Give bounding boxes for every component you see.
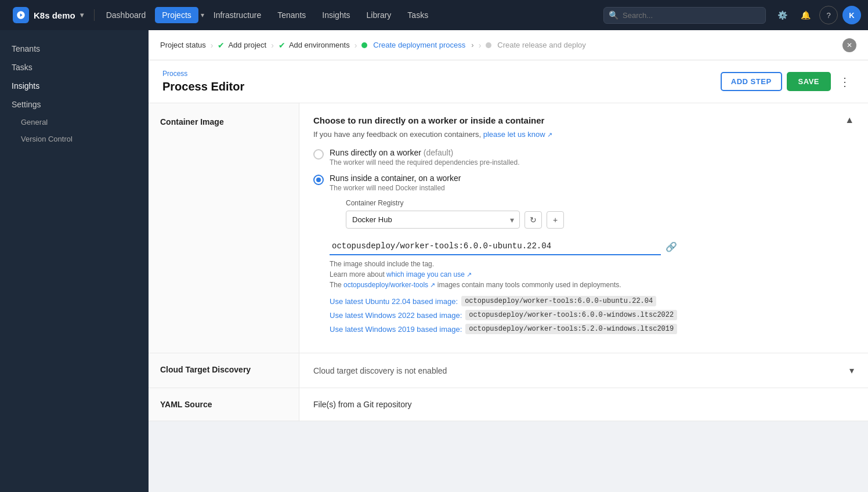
sidebar-item-tasks[interactable]: Tasks — [0, 58, 149, 77]
nav-infrastructure[interactable]: Infrastructure — [207, 7, 268, 23]
quick-link-win2022-code: octopusdeploy/worker-tools:6.0.0-windows… — [465, 310, 677, 320]
sidebar-item-settings[interactable]: Settings — [0, 95, 149, 114]
settings-icon[interactable]: ⚙️ — [773, 6, 791, 24]
layout: Tenants Tasks Insights Settings General … — [0, 30, 868, 492]
nav-library[interactable]: Library — [360, 7, 399, 23]
search-input[interactable] — [603, 7, 766, 24]
image-learn: Learn more about which image you can use… — [330, 270, 677, 278]
nav-divider — [94, 9, 95, 21]
top-navigation: K8s demo ▾ Dashboard Projects ▾ Infrastr… — [0, 0, 868, 30]
image-input-row: 🔗 — [330, 238, 677, 255]
bc-deployment-dot-icon — [361, 42, 367, 48]
bc-create-deployment-label: Create deployment process — [373, 41, 465, 49]
bc-sep-4: › — [479, 41, 482, 50]
registry-select-row: Docker Hub ↻ + — [346, 211, 677, 229]
page-title: Process Editor — [162, 80, 244, 93]
ref-external-icon: ↗ — [430, 281, 435, 288]
learn-link[interactable]: which image you can use — [386, 270, 465, 278]
yaml-source-section: YAML Source File(s) from a Git repositor… — [149, 388, 868, 421]
bc-create-deployment[interactable]: Create deployment process › — [361, 41, 473, 49]
radio-worker-circle — [313, 149, 324, 160]
radio-container-subtext: The worker will need Docker installed — [330, 184, 677, 192]
cloud-target-section: Cloud Target Discovery Cloud target disc… — [149, 353, 868, 388]
radio-container-circle — [313, 175, 324, 185]
avatar[interactable]: K — [842, 6, 861, 24]
sidebar: Tenants Tasks Insights Settings General … — [0, 30, 149, 492]
radio-container-text-area: Runs inside a container, on a worker The… — [330, 173, 677, 334]
help-icon[interactable]: ? — [819, 6, 838, 24]
bc-create-release[interactable]: Create release and deploy — [486, 41, 586, 49]
radio-worker-subtext: The worker will need the required depend… — [330, 158, 520, 167]
projects-chevron-icon[interactable]: ▾ — [201, 11, 204, 19]
cloud-target-label: Cloud Target Discovery — [149, 353, 299, 388]
quick-link-win2019-btn[interactable]: Use latest Windows 2019 based image: — [330, 325, 462, 334]
bc-project-status-label: Project status — [160, 41, 206, 49]
radio-worker-option[interactable]: Runs directly on a worker (default) The … — [313, 148, 854, 167]
yaml-source-label: YAML Source — [149, 388, 299, 421]
brand-icon — [13, 7, 29, 23]
container-image-section: Container Image Choose to run directly o… — [149, 103, 868, 353]
radio-worker-default-badge: (default) — [424, 148, 453, 157]
bc-sep-2: › — [271, 41, 274, 50]
more-options-button[interactable]: ⋮ — [836, 73, 854, 91]
quick-link-ubuntu-code: octopusdeploy/worker-tools:6.0.0-ubuntu.… — [461, 296, 656, 306]
feedback-external-icon: ↗ — [547, 131, 552, 138]
search-icon: 🔍 — [609, 10, 619, 20]
close-button[interactable]: ✕ — [842, 38, 856, 52]
breadcrumb-bar: Project status › ✔ Add project › ✔ Add e… — [149, 30, 868, 60]
radio-container-option[interactable]: Runs inside a container, on a worker The… — [313, 173, 854, 334]
quick-links: Use latest Ubuntu 22.04 based image: oct… — [330, 296, 677, 334]
quick-link-win2022-btn[interactable]: Use latest Windows 2022 based image: — [330, 311, 462, 320]
cloud-target-expand-icon[interactable]: ▾ — [849, 365, 854, 376]
quick-link-win2022: Use latest Windows 2022 based image: oct… — [330, 310, 677, 320]
notifications-icon[interactable]: 🔔 — [796, 6, 815, 24]
sidebar-item-general[interactable]: General — [0, 114, 149, 131]
process-header: Process Process Editor ADD STEP SAVE ⋮ — [149, 60, 868, 103]
brand-chevron-icon: ▾ — [80, 11, 84, 19]
radio-container-label: Runs inside a container, on a worker — [330, 173, 677, 183]
registry-label: Container Registry — [346, 199, 677, 207]
registry-add-button[interactable]: + — [547, 211, 564, 229]
container-image-content: Choose to run directly on a worker or in… — [299, 103, 868, 353]
sidebar-item-version-control[interactable]: Version Control — [0, 131, 149, 147]
search-area: 🔍 — [603, 7, 766, 24]
bc-add-environments-check-icon: ✔ — [279, 41, 285, 50]
radio-worker-label: Runs directly on a worker (default) — [330, 148, 520, 157]
brand-logo[interactable]: K8s demo ▾ — [7, 3, 89, 27]
nav-tenants[interactable]: Tenants — [270, 7, 313, 23]
quick-link-win2019: Use latest Windows 2019 based image: oct… — [330, 324, 677, 334]
registry-section: Container Registry Docker Hub ↻ + — [346, 199, 677, 229]
cloud-target-text: Cloud target discovery is not enabled — [313, 366, 447, 375]
container-image-title: Choose to run directly on a worker or in… — [313, 115, 854, 125]
bc-add-project[interactable]: ✔ Add project — [218, 41, 266, 50]
bc-sep-3: › — [355, 41, 357, 50]
registry-select[interactable]: Docker Hub — [346, 211, 520, 229]
quick-link-ubuntu: Use latest Ubuntu 22.04 based image: oct… — [330, 296, 677, 306]
feedback-link[interactable]: please let us know — [483, 130, 545, 139]
quick-link-ubuntu-btn[interactable]: Use latest Ubuntu 22.04 based image: — [330, 297, 458, 306]
container-image-label: Container Image — [149, 103, 299, 353]
nav-insights[interactable]: Insights — [315, 7, 357, 23]
nav-projects[interactable]: Projects — [155, 7, 198, 23]
nav-dashboard[interactable]: Dashboard — [99, 7, 153, 23]
save-button[interactable]: SAVE — [787, 72, 831, 91]
registry-refresh-button[interactable]: ↻ — [525, 211, 542, 229]
collapse-toggle-icon[interactable]: ▲ — [845, 115, 854, 125]
content-area: Container Image Choose to run directly o… — [149, 103, 868, 492]
bc-project-status[interactable]: Project status — [160, 41, 206, 49]
sidebar-item-tenants[interactable]: Tenants — [0, 39, 149, 58]
image-input[interactable] — [330, 238, 661, 255]
quick-link-win2019-code: octopusdeploy/worker-tools:5.2.0-windows… — [465, 324, 677, 334]
registry-select-wrapper: Docker Hub — [346, 211, 520, 229]
nav-tasks[interactable]: Tasks — [400, 7, 435, 23]
yaml-source-content: File(s) from a Git repository — [299, 388, 868, 421]
add-step-button[interactable]: ADD STEP — [721, 72, 782, 91]
sidebar-item-insights[interactable]: Insights — [0, 77, 149, 95]
bc-add-environments[interactable]: ✔ Add environments — [279, 41, 350, 50]
image-link-icon[interactable]: 🔗 — [666, 241, 677, 252]
bc-release-dot-icon — [486, 42, 491, 48]
nav-actions: ⚙️ 🔔 ? K — [773, 6, 861, 24]
bc-create-release-label: Create release and deploy — [497, 41, 586, 49]
ref-link[interactable]: octopusdeploy/worker-tools — [343, 281, 428, 289]
image-hint: The image should include the tag. — [330, 260, 677, 268]
